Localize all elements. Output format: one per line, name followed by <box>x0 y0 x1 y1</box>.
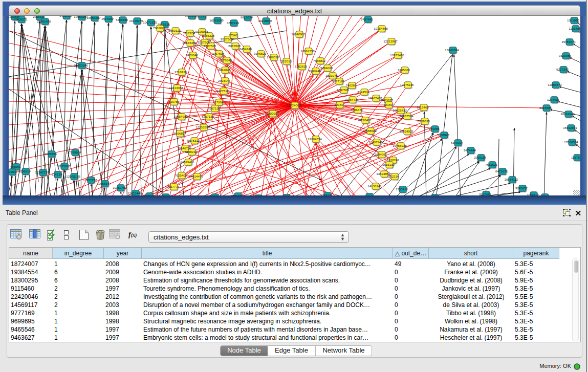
svg-text:10025433: 10025433 <box>393 108 407 112</box>
svg-text:1921890: 1921890 <box>567 18 580 22</box>
svg-text:9245652: 9245652 <box>515 186 528 190</box>
svg-text:9427512: 9427512 <box>216 89 229 93</box>
svg-text:16648784: 16648784 <box>445 48 459 52</box>
svg-text:6897505: 6897505 <box>337 88 350 92</box>
svg-text:7663822: 7663822 <box>153 26 166 30</box>
svg-text:8660123: 8660123 <box>168 29 181 32</box>
svg-text:14099481: 14099481 <box>180 160 194 164</box>
svg-text:1362615: 1362615 <box>295 64 308 68</box>
svg-text:3124514: 3124514 <box>357 90 370 94</box>
svg-text:10654112: 10654112 <box>504 178 518 181</box>
svg-text:1322013: 1322013 <box>279 59 292 63</box>
svg-text:9990448: 9990448 <box>309 69 321 73</box>
svg-text:116753: 116753 <box>571 156 580 159</box>
svg-text:3420046: 3420046 <box>186 53 199 57</box>
svg-text:20691406: 20691406 <box>37 19 51 23</box>
svg-text:17016504: 17016504 <box>564 140 578 144</box>
svg-text:10688609: 10688609 <box>362 129 377 133</box>
svg-text:10973493: 10973493 <box>390 53 404 57</box>
svg-text:12342737: 12342737 <box>35 170 49 174</box>
svg-text:164095: 164095 <box>429 127 440 130</box>
svg-text:12213363: 12213363 <box>169 86 183 90</box>
svg-text:2903144: 2903144 <box>218 79 231 82</box>
svg-text:2967608: 2967608 <box>228 44 241 48</box>
svg-text:20364436: 20364436 <box>344 98 359 101</box>
svg-text:18724007: 18724007 <box>287 103 301 107</box>
svg-text:7485063: 7485063 <box>398 68 410 72</box>
svg-text:10653287: 10653287 <box>74 16 88 18</box>
svg-text:435061: 435061 <box>10 165 21 168</box>
svg-text:12093872: 12093872 <box>548 83 562 86</box>
svg-text:10543362: 10543362 <box>182 41 197 45</box>
svg-text:12505135: 12505135 <box>66 174 80 178</box>
svg-text:10046786: 10046786 <box>177 146 191 150</box>
svg-text:19756928: 19756928 <box>393 144 407 147</box>
svg-text:8215955: 8215955 <box>539 106 552 110</box>
svg-text:15720407: 15720407 <box>357 118 372 122</box>
svg-text:27546: 27546 <box>228 33 237 37</box>
svg-text:62160: 62160 <box>334 103 343 106</box>
svg-text:114519: 114519 <box>52 172 62 176</box>
svg-text:1615132: 1615132 <box>382 163 395 166</box>
svg-text:23226053: 23226053 <box>194 30 208 33</box>
svg-text:5938923: 5938923 <box>437 133 450 137</box>
svg-text:1733416: 1733416 <box>396 187 408 191</box>
svg-text:10961758: 10961758 <box>300 49 315 53</box>
svg-text:13654923: 13654923 <box>399 129 413 133</box>
svg-text:3684067: 3684067 <box>375 152 387 156</box>
svg-text:10975887: 10975887 <box>56 164 71 168</box>
svg-text:10653257: 10653257 <box>86 16 101 19</box>
svg-text:2020656: 2020656 <box>45 152 57 156</box>
svg-text:6939695: 6939695 <box>418 119 430 123</box>
svg-text:9146821: 9146821 <box>254 52 267 55</box>
svg-text:2718129: 2718129 <box>175 70 187 74</box>
svg-text:14914479: 14914479 <box>189 174 203 178</box>
svg-text:20053346: 20053346 <box>74 63 88 67</box>
svg-text:10782759: 10782759 <box>113 186 127 189</box>
svg-text:19166827: 19166827 <box>172 132 186 135</box>
svg-text:2069140: 2069140 <box>33 16 46 18</box>
svg-text:9227342: 9227342 <box>556 68 569 71</box>
svg-text:14957564: 14957564 <box>399 114 413 118</box>
svg-text:3912954: 3912954 <box>183 31 195 35</box>
svg-text:39154: 39154 <box>9 170 16 173</box>
svg-text:1663305: 1663305 <box>195 16 208 18</box>
svg-text:352214: 352214 <box>388 174 399 178</box>
svg-text:16053809: 16053809 <box>209 18 224 22</box>
svg-text:8267130: 8267130 <box>208 106 221 110</box>
svg-text:9498212: 9498212 <box>185 150 198 154</box>
svg-text:6466160: 6466160 <box>116 18 128 21</box>
svg-text:19654982: 19654982 <box>173 115 188 118</box>
svg-text:1527602: 1527602 <box>101 17 114 20</box>
svg-text:1244415: 1244415 <box>547 98 560 101</box>
svg-text:10719155: 10719155 <box>129 19 143 23</box>
svg-text:1610755: 1610755 <box>167 100 180 103</box>
svg-text:2935114: 2935114 <box>474 156 486 159</box>
svg-text:15751074: 15751074 <box>561 40 576 43</box>
svg-text:19218906: 19218906 <box>258 19 272 23</box>
svg-text:9474444: 9474444 <box>464 148 476 152</box>
svg-text:7515526: 7515526 <box>158 23 170 26</box>
svg-text:16120746: 16120746 <box>385 158 399 162</box>
svg-text:15300257: 15300257 <box>265 112 279 115</box>
svg-text:9777169: 9777169 <box>332 79 345 83</box>
svg-text:19384554: 19384554 <box>308 137 322 141</box>
svg-text:9527508: 9527508 <box>198 40 210 44</box>
svg-text:12353594: 12353594 <box>195 125 210 129</box>
svg-text:12405571: 12405571 <box>13 17 28 21</box>
svg-text:8813054: 8813054 <box>241 16 253 19</box>
svg-text:8471676: 8471676 <box>495 169 508 173</box>
svg-text:12975115: 12975115 <box>400 83 414 86</box>
svg-text:1121896: 1121896 <box>569 27 580 30</box>
svg-text:7625402: 7625402 <box>175 173 187 177</box>
svg-text:9242845: 9242845 <box>218 68 231 72</box>
svg-text:16210643: 16210643 <box>560 112 575 116</box>
svg-text:9463627: 9463627 <box>381 98 394 102</box>
svg-text:2967608: 2967608 <box>212 52 225 55</box>
svg-text:12213967: 12213967 <box>383 39 398 43</box>
svg-text:10154808: 10154808 <box>374 27 388 30</box>
svg-text:8186328: 8186328 <box>202 34 215 37</box>
svg-text:7632621: 7632621 <box>485 163 498 166</box>
svg-text:10671355: 10671355 <box>143 20 157 24</box>
svg-text:3875645: 3875645 <box>220 58 232 62</box>
